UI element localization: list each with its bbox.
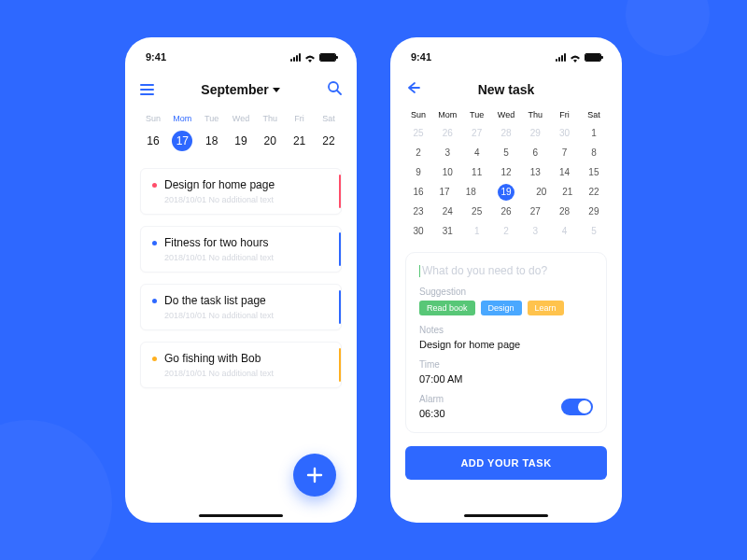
calendar-day[interactable]: 10: [434, 164, 460, 181]
add-task-button[interactable]: ADD YOUR TASK: [405, 446, 607, 480]
calendar-day[interactable]: 4: [552, 223, 578, 240]
calendar-day[interactable]: 27: [522, 203, 548, 220]
calendar-day[interactable]: 20: [529, 184, 555, 201]
week-day[interactable]: Mom17: [169, 114, 195, 151]
calendar-day[interactable]: 15: [581, 164, 607, 181]
calendar-day[interactable]: 13: [522, 164, 548, 181]
task-card[interactable]: Design for home page2018/10/01 No additi…: [140, 168, 342, 215]
task-card[interactable]: Do the task list page2018/10/01 No addit…: [140, 284, 342, 330]
svg-line-1: [337, 91, 341, 94]
week-day[interactable]: Sat22: [316, 114, 342, 151]
add-task-fab[interactable]: [293, 454, 336, 497]
calendar-day[interactable]: 30: [552, 125, 578, 142]
calendar-day[interactable]: 28: [493, 125, 519, 142]
time-label: Time: [419, 359, 593, 370]
calendar-day[interactable]: 26: [493, 203, 519, 220]
status-icons: [290, 53, 336, 62]
suggestion-tag[interactable]: Read book: [419, 301, 475, 315]
calendar-day[interactable]: 7: [552, 145, 578, 161]
status-time: 9:41: [146, 51, 166, 63]
calendar-day[interactable]: 3: [522, 223, 548, 240]
calendar-day[interactable]: 22: [581, 184, 607, 201]
app-header: September: [140, 78, 342, 101]
calendar-day[interactable]: 24: [434, 203, 460, 220]
calendar-day[interactable]: 29: [581, 203, 607, 220]
phone-screen-new-task: 9:41 New task SunMomTueWedThuFriSat 2526…: [390, 37, 622, 523]
week-day[interactable]: Sun16: [140, 114, 166, 151]
new-task-form: What do you need to do? Suggestion Read …: [405, 252, 607, 433]
calendar-day[interactable]: 9: [405, 164, 431, 181]
signal-icon: [556, 53, 566, 62]
suggestion-tag[interactable]: Learn: [528, 301, 564, 315]
notes-value[interactable]: Design for home page: [419, 339, 593, 350]
calendar-day[interactable]: 12: [493, 164, 519, 181]
calendar-day[interactable]: 8: [581, 145, 607, 161]
calendar-day[interactable]: 27: [464, 125, 490, 142]
calendar-day[interactable]: 19: [498, 184, 514, 201]
calendar-day[interactable]: 4: [464, 145, 490, 161]
header-title: New task: [478, 82, 535, 97]
calendar-day[interactable]: 28: [552, 203, 578, 220]
task-list: Design for home page2018/10/01 No additi…: [140, 168, 342, 388]
wifi-icon: [570, 53, 581, 62]
calendar-day[interactable]: 30: [405, 223, 431, 240]
status-time: 9:41: [411, 51, 431, 63]
calendar-day[interactable]: 5: [581, 223, 607, 240]
phone-screen-tasks: 9:41 September Sun16Mom17Tue18Wed19Thu20…: [125, 37, 357, 523]
text-cursor: [419, 265, 420, 277]
app-header: New task: [405, 78, 607, 101]
menu-icon[interactable]: [140, 84, 154, 95]
alarm-label: Alarm: [419, 394, 445, 404]
chevron-down-icon: [273, 88, 280, 92]
calendar-day[interactable]: 17: [431, 184, 458, 201]
calendar-day[interactable]: 31: [434, 223, 460, 240]
calendar-day[interactable]: 25: [464, 203, 490, 220]
calendar-day[interactable]: 21: [555, 184, 581, 201]
home-indicator: [199, 514, 283, 517]
task-card[interactable]: Go fishing with Bob2018/10/01 No additio…: [140, 342, 342, 388]
week-day[interactable]: Tue18: [199, 114, 225, 151]
calendar-day[interactable]: 2: [493, 223, 519, 240]
signal-icon: [290, 53, 301, 62]
suggestion-tag[interactable]: Design: [481, 301, 522, 315]
back-icon[interactable]: [405, 80, 420, 99]
calendar-day[interactable]: 5: [493, 145, 519, 161]
alarm-value[interactable]: 06:30: [419, 408, 445, 419]
week-day[interactable]: Thu20: [257, 114, 283, 151]
calendar-day[interactable]: 6: [522, 145, 548, 161]
calendar-day[interactable]: 3: [434, 145, 460, 161]
notes-label: Notes: [419, 325, 593, 335]
suggestion-tags: Read bookDesignLearn: [419, 301, 593, 315]
calendar-day[interactable]: 11: [464, 164, 490, 181]
calendar-day[interactable]: 23: [405, 203, 431, 220]
search-icon[interactable]: [327, 80, 342, 99]
status-icons: [556, 53, 601, 62]
calendar-day[interactable]: 25: [405, 125, 431, 142]
week-day[interactable]: Wed19: [228, 114, 254, 151]
alarm-toggle[interactable]: [561, 399, 593, 415]
calendar-day[interactable]: 16: [405, 184, 431, 201]
calendar-day[interactable]: 18: [458, 184, 484, 201]
calendar-day[interactable]: 29: [522, 125, 548, 142]
status-bar: 9:41: [405, 49, 607, 65]
wifi-icon: [304, 53, 316, 62]
battery-icon: [319, 53, 336, 62]
week-day[interactable]: Fri21: [287, 114, 313, 151]
week-strip: Sun16Mom17Tue18Wed19Thu20Fri21Sat22: [140, 114, 342, 151]
header-title[interactable]: September: [201, 82, 279, 97]
time-value[interactable]: 07:00 AM: [419, 373, 593, 385]
task-card[interactable]: Fitness for two hours2018/10/01 No addit…: [140, 226, 342, 273]
task-input[interactable]: What do you need to do?: [419, 264, 593, 277]
status-bar: 9:41: [140, 49, 342, 65]
suggestion-label: Suggestion: [419, 287, 593, 297]
calendar-day[interactable]: 1: [581, 125, 607, 142]
calendar-grid: SunMomTueWedThuFriSat 252627282930123456…: [405, 110, 607, 243]
calendar-day[interactable]: 26: [434, 125, 460, 142]
calendar-day[interactable]: 2: [405, 145, 431, 161]
calendar-day[interactable]: 1: [464, 223, 490, 240]
battery-icon: [585, 53, 601, 62]
calendar-day[interactable]: 14: [552, 164, 578, 181]
home-indicator: [464, 514, 548, 517]
